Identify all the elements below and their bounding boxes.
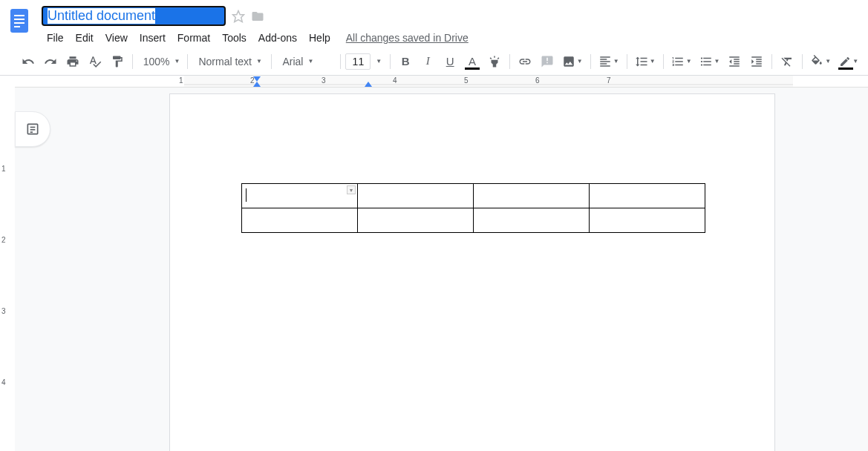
indent-right-marker[interactable] [364, 82, 373, 88]
table-row: ▼ [242, 184, 705, 208]
menu-format[interactable]: Format [172, 29, 215, 47]
table-cell[interactable]: ▼ [242, 184, 358, 208]
bold-button[interactable]: B [395, 51, 416, 72]
style-select[interactable]: Normal text▼ [192, 51, 267, 72]
toolbar: 100%▼ Normal text▼ Arial▼ 11 ▼ B I U A ▼… [0, 47, 868, 76]
save-status[interactable]: All changes saved in Drive [346, 32, 469, 44]
cell-fill-button[interactable]: ▼ [807, 51, 834, 72]
separator [187, 54, 188, 69]
docs-logo[interactable] [6, 6, 36, 36]
cell-dropdown-icon[interactable]: ▼ [347, 185, 356, 194]
font-size-dropdown[interactable]: ▼ [372, 51, 385, 72]
clear-format-button[interactable] [777, 51, 797, 72]
table-cell[interactable] [242, 208, 358, 233]
svg-rect-3 [14, 22, 25, 24]
border-color-button[interactable]: ▼ [835, 51, 862, 72]
document-area: 1 2 3 4 ▼ [0, 88, 868, 451]
menu-insert[interactable]: Insert [134, 29, 171, 47]
zoom-select[interactable]: 100%▼ [137, 51, 183, 72]
decrease-indent-button[interactable] [724, 51, 745, 72]
document-title-input[interactable] [42, 6, 226, 26]
separator [271, 54, 272, 69]
svg-rect-0 [10, 9, 28, 33]
page[interactable]: ▼ [169, 93, 775, 451]
menu-tools[interactable]: Tools [217, 29, 252, 47]
numbered-list-button[interactable]: ▼ [668, 51, 695, 72]
separator [590, 54, 591, 69]
text-cursor [246, 188, 247, 202]
comment-button[interactable] [537, 51, 558, 72]
separator [509, 54, 510, 69]
svg-marker-8 [253, 82, 261, 87]
menu-view[interactable]: View [100, 29, 133, 47]
table-cell[interactable] [358, 184, 474, 208]
table-cell[interactable] [474, 208, 590, 233]
undo-button[interactable] [18, 51, 39, 72]
svg-marker-9 [365, 82, 372, 87]
paint-format-button[interactable] [107, 51, 128, 72]
increase-indent-button[interactable] [746, 51, 767, 72]
font-size-input[interactable]: 11 [345, 53, 371, 70]
ruler-vertical[interactable]: 1 2 3 4 [0, 88, 15, 451]
svg-marker-7 [253, 76, 261, 82]
text-color-button[interactable]: A [462, 51, 483, 72]
underline-button[interactable]: U [440, 51, 460, 72]
separator [340, 54, 341, 69]
highlight-button[interactable] [484, 51, 505, 72]
bullet-list-button[interactable]: ▼ [696, 51, 723, 72]
svg-rect-4 [14, 26, 20, 27]
separator [802, 54, 803, 69]
title-area: File Edit View Insert Format Tools Add-o… [42, 6, 862, 47]
menu-edit[interactable]: Edit [71, 29, 99, 47]
outline-button[interactable] [15, 111, 50, 147]
indent-first-marker[interactable] [252, 82, 261, 88]
italic-button[interactable]: I [417, 51, 438, 72]
svg-rect-1 [14, 15, 25, 16]
ruler-horizontal[interactable]: 1 2 3 4 5 6 7 [15, 76, 868, 88]
menu-bar: File Edit View Insert Format Tools Add-o… [42, 29, 862, 47]
spellcheck-button[interactable] [85, 51, 105, 72]
image-button[interactable]: ▼ [559, 51, 586, 72]
link-button[interactable] [515, 51, 535, 72]
menu-addons[interactable]: Add-ons [253, 29, 302, 47]
separator [771, 54, 772, 69]
table-row [242, 208, 705, 233]
separator [132, 54, 133, 69]
folder-icon[interactable] [251, 10, 264, 23]
star-icon[interactable] [232, 10, 245, 23]
document-table[interactable]: ▼ [241, 183, 705, 233]
redo-button[interactable] [40, 51, 61, 72]
menu-file[interactable]: File [42, 29, 69, 47]
separator [627, 54, 627, 69]
print-button[interactable] [62, 51, 83, 72]
font-select[interactable]: Arial▼ [276, 51, 336, 72]
table-cell[interactable] [590, 184, 705, 208]
separator [663, 54, 664, 69]
align-button[interactable]: ▼ [595, 51, 622, 72]
header: File Edit View Insert Format Tools Add-o… [0, 0, 868, 47]
svg-marker-5 [233, 10, 244, 22]
table-cell[interactable] [358, 208, 474, 233]
menu-help[interactable]: Help [304, 29, 336, 47]
svg-rect-2 [14, 19, 25, 20]
separator [390, 54, 391, 69]
table-cell[interactable] [590, 208, 705, 233]
line-spacing-button[interactable]: ▼ [632, 51, 659, 72]
table-cell[interactable] [474, 184, 590, 208]
